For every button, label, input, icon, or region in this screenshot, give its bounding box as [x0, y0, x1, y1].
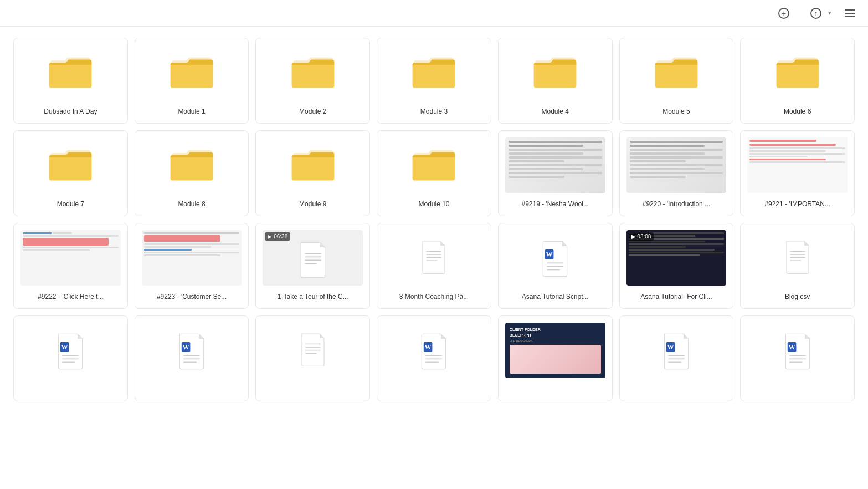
item-label: Blog.csv [785, 288, 810, 302]
folder-icon [533, 54, 577, 89]
folder-icon [775, 54, 820, 89]
item-label: Module 1 [178, 103, 205, 116]
svg-text:W: W [667, 343, 674, 351]
document-icon [299, 332, 327, 367]
header: + ↑ ▾ [0, 0, 868, 27]
folder-icon [412, 54, 456, 89]
grid-item-item27[interactable]: W [619, 315, 734, 401]
grid-item-asana-cli[interactable]: ▶ 03:08 Asana Tutorial- For Cli... [619, 223, 734, 309]
folder-icon [412, 146, 456, 182]
document-icon [783, 239, 812, 274]
grid-item-take-tour[interactable]: ▶ 06:38 1-Take a Tour of the C... [255, 223, 370, 309]
upload-button[interactable]: ↑ ▾ [806, 6, 836, 21]
item-label: Dubsado In A Day [44, 103, 97, 116]
grid-item-f9223[interactable]: #9223 - 'Customer Se... [135, 223, 249, 309]
folder-icon [170, 146, 214, 182]
grid-item-f9219[interactable]: #9219 - 'Nesha Wool... [498, 130, 613, 216]
svg-text:W: W [183, 343, 189, 351]
video-duration: ▶ 06:38 [265, 232, 290, 241]
thumbnail: ▶ 03:08 [626, 230, 727, 286]
thumbnail [505, 137, 605, 193]
grid-item-f9222[interactable]: #9222 - 'Click Here t... [13, 223, 128, 309]
header-actions: + ↑ ▾ [774, 6, 855, 21]
grid-item-item23[interactable]: W [135, 315, 249, 401]
item-label: #9222 - 'Click Here t... [38, 288, 103, 302]
upload-icon: ↑ [810, 8, 821, 19]
grid-item-dubsado[interactable]: Dubsado In A Day [13, 38, 128, 124]
grid-item-module3[interactable]: Module 3 [377, 38, 491, 124]
item-label: Asana Tutorial- For Cli... [640, 288, 712, 302]
item-label: #9219 - 'Nesha Wool... [521, 196, 588, 209]
word-icon: W [783, 332, 812, 367]
grid-item-asana-script[interactable]: W Asana Tutorial Script... [498, 223, 613, 309]
thumbnail [626, 137, 727, 193]
item-label: Module 5 [662, 103, 690, 116]
folder-icon [654, 54, 698, 89]
video-duration: ▶ 03:08 [629, 232, 654, 241]
plus-icon: + [778, 8, 789, 19]
grid-item-item26[interactable]: CLIENT FOLDERBLUEPRINT FOR DESIGNERS [498, 315, 613, 401]
svg-text:W: W [546, 251, 553, 258]
word-icon: W [56, 332, 85, 367]
item-label: Asana Tutorial Script... [522, 288, 589, 302]
grid-item-item24[interactable] [255, 315, 370, 401]
grid-item-module5[interactable]: Module 5 [619, 38, 734, 124]
document-icon [419, 239, 448, 274]
grid-item-module6[interactable]: Module 6 [740, 38, 855, 124]
word-icon: W [177, 332, 206, 367]
item-label: #9223 - 'Customer Se... [157, 288, 227, 302]
item-label: Module 3 [420, 103, 448, 116]
folder-icon [170, 54, 214, 89]
thumbnail [142, 230, 242, 286]
folder-icon [48, 146, 93, 182]
item-label: Module 8 [178, 196, 205, 209]
grid-item-coaching-pa[interactable]: 3 Month Coaching Pa... [377, 223, 491, 309]
grid-item-item22[interactable]: W [13, 315, 128, 401]
grid-item-module7[interactable]: Module 7 [13, 130, 128, 216]
grid-item-module4[interactable]: Module 4 [498, 38, 613, 124]
thumbnail: CLIENT FOLDERBLUEPRINT FOR DESIGNERS [505, 323, 605, 378]
grid-item-module2[interactable]: Module 2 [255, 38, 370, 124]
item-label: Module 6 [784, 103, 811, 116]
grid-item-blog-csv[interactable]: Blog.csv [740, 223, 855, 309]
grid-item-item25[interactable]: W [377, 315, 491, 401]
menu-icon[interactable] [845, 9, 855, 17]
grid-item-module1[interactable]: Module 1 [135, 38, 249, 124]
item-label: Module 9 [299, 196, 326, 209]
grid-item-f9221[interactable]: #9221 - 'IMPORTAN... [740, 130, 855, 216]
item-label: Module 10 [418, 196, 449, 209]
folder-icon [291, 54, 335, 89]
file-grid: Dubsado In A Day Module 1 Module 2 Modul… [0, 27, 868, 412]
grid-item-module8[interactable]: Module 8 [135, 130, 249, 216]
item-label: Module 2 [299, 103, 326, 116]
item-label: Module 4 [542, 103, 569, 116]
grid-item-module9[interactable]: Module 9 [255, 130, 370, 216]
folder-icon [291, 146, 335, 182]
item-label: Module 7 [57, 196, 84, 209]
word-icon: W [419, 332, 448, 367]
grid-item-item28[interactable]: W [740, 315, 855, 401]
new-folder-button[interactable]: + [774, 6, 797, 21]
item-label: 3 Month Coaching Pa... [399, 288, 469, 302]
grid-item-module10[interactable]: Module 10 [377, 130, 491, 216]
item-label: #9221 - 'IMPORTAN... [764, 196, 830, 209]
word-icon: W [662, 332, 691, 367]
item-label: 1-Take a Tour of the C... [278, 288, 348, 302]
thumbnail: ▶ 06:38 [263, 230, 363, 286]
svg-text:W: W [425, 343, 432, 351]
folder-icon [48, 54, 93, 89]
thumbnail [747, 137, 848, 193]
svg-text:W: W [61, 343, 68, 351]
thumbnail [20, 230, 121, 286]
word-icon: W [541, 239, 569, 274]
upload-dropdown-chevron[interactable]: ▾ [828, 9, 831, 17]
grid-item-f9220[interactable]: #9220 - 'Introduction ... [619, 130, 734, 216]
svg-text:W: W [788, 343, 795, 351]
item-label: #9220 - 'Introduction ... [643, 196, 710, 209]
